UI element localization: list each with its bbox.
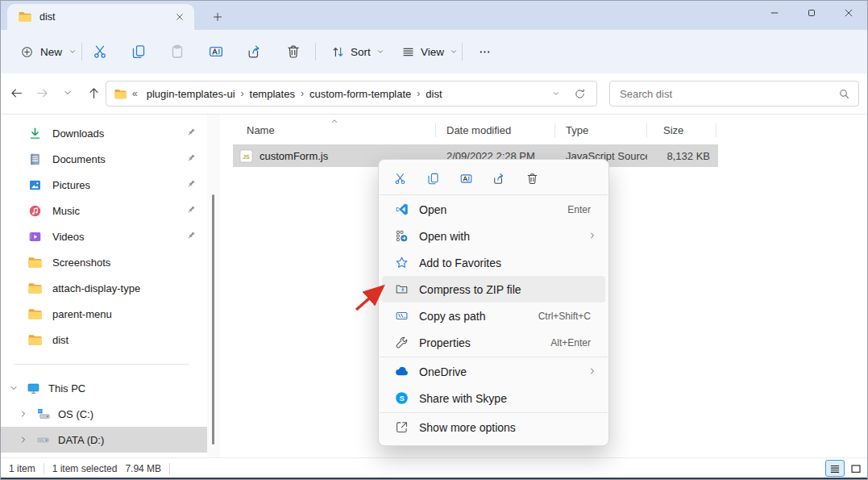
- menu-item-onedrive[interactable]: OneDrive: [382, 358, 605, 385]
- copy-path-icon: [395, 309, 409, 323]
- chevron-right-icon: [588, 231, 597, 240]
- column-header-type[interactable]: Type: [555, 119, 647, 142]
- new-button[interactable]: New: [12, 37, 85, 66]
- chevron-down-icon: [63, 88, 73, 98]
- maximize-button[interactable]: [793, 1, 830, 25]
- sidebar-divider: [14, 364, 189, 365]
- tree-item-this-pc[interactable]: This PC: [1, 375, 207, 401]
- breadcrumb-custom-form-template[interactable]: custom-form-template: [306, 86, 414, 102]
- tab-close-button[interactable]: [173, 10, 186, 23]
- tree-item-data-d[interactable]: DATA (D:): [1, 427, 207, 453]
- scrollbar-thumb[interactable]: [212, 194, 214, 445]
- menu-share-button[interactable]: [488, 167, 510, 190]
- menu-item-open-with[interactable]: Open with: [382, 223, 605, 249]
- new-plus-circle-icon: [20, 45, 34, 59]
- see-more-button[interactable]: [468, 37, 500, 66]
- view-button-label: View: [421, 46, 444, 58]
- forward-button[interactable]: [30, 80, 54, 106]
- search-input[interactable]: [618, 87, 838, 101]
- menu-item-add-to-favorites[interactable]: Add to Favorites: [382, 249, 605, 276]
- chevron-down-icon[interactable]: [9, 383, 19, 393]
- status-bar: 1 item 1 item selected 7.94 MB: [1, 457, 867, 478]
- sidebar-item-label: dist: [52, 334, 69, 346]
- breadcrumb-dist[interactable]: dist: [422, 86, 445, 102]
- paste-button[interactable]: [161, 37, 193, 66]
- tree-item-os-c[interactable]: OS (C:): [1, 401, 207, 427]
- close-button[interactable]: [830, 1, 867, 25]
- address-dropdown-button[interactable]: [546, 83, 566, 104]
- column-header-size[interactable]: Size: [647, 119, 716, 142]
- menu-cut-button[interactable]: [388, 167, 411, 190]
- rename-button[interactable]: [200, 37, 232, 66]
- svg-text:S: S: [399, 394, 404, 403]
- menu-item-compress-to-zip-file[interactable]: Compress to ZIP file: [382, 276, 605, 303]
- os-drive-icon: [36, 407, 50, 421]
- copy-button[interactable]: [123, 37, 155, 66]
- menu-rename-button[interactable]: [455, 167, 477, 190]
- up-arrow-icon: [87, 86, 101, 100]
- column-header-date-modified[interactable]: Date modified: [436, 119, 555, 142]
- documents-icon: [28, 152, 42, 166]
- large-icons-view-button[interactable]: [846, 460, 866, 477]
- sort-button[interactable]: Sort: [323, 37, 392, 66]
- chevron-right-icon[interactable]: [19, 435, 28, 445]
- breadcrumb-templates[interactable]: templates: [247, 86, 298, 102]
- breadcrumb-overflow[interactable]: «: [130, 88, 140, 99]
- details-view-button[interactable]: [825, 460, 845, 477]
- breadcrumb-separator: ›: [414, 88, 422, 99]
- sidebar-item-downloads[interactable]: Downloads: [1, 120, 207, 146]
- up-button[interactable]: [81, 80, 106, 106]
- refresh-button[interactable]: [569, 83, 590, 104]
- menu-item-show-more-options[interactable]: Show more options: [382, 414, 605, 440]
- sidebar-item-parent-menu[interactable]: parent-menu: [1, 301, 207, 327]
- sidebar-item-music[interactable]: Music: [1, 198, 207, 223]
- toolbar-separator: [81, 43, 82, 61]
- chevron-right-icon[interactable]: [19, 409, 28, 419]
- menu-shortcut: Ctrl+Shift+C: [538, 311, 597, 322]
- menu-item-share-with-skype[interactable]: SShare with Skype: [382, 385, 605, 411]
- delete-button[interactable]: [277, 37, 309, 66]
- sidebar-item-documents[interactable]: Documents: [1, 146, 207, 172]
- sidebar-item-screenshots[interactable]: Screenshots: [1, 249, 207, 275]
- new-tab-button[interactable]: [207, 7, 228, 27]
- back-arrow-icon: [10, 86, 23, 100]
- show-more-icon: [395, 420, 409, 434]
- address-row: « plugin-templates-ui›templates›custom-f…: [1, 73, 867, 115]
- chevron-down-icon: [450, 48, 458, 56]
- column-label: Date modified: [446, 124, 511, 136]
- data-drive-icon: [36, 433, 50, 447]
- column-label: Type: [566, 124, 588, 136]
- tab-dist[interactable]: dist: [7, 4, 194, 30]
- view-button[interactable]: View: [393, 37, 466, 66]
- sidebar-scrollbar[interactable]: [207, 115, 220, 457]
- menu-item-label: Open with: [419, 230, 577, 243]
- sidebar-item-dist[interactable]: dist: [1, 327, 207, 353]
- column-label: Name: [247, 124, 275, 136]
- recent-locations-button[interactable]: [56, 80, 80, 106]
- chevron-down-icon: [552, 90, 560, 98]
- address-bar[interactable]: « plugin-templates-ui›templates›custom-f…: [106, 81, 597, 106]
- sidebar-item-pictures[interactable]: Pictures: [1, 172, 207, 198]
- menu-item-label: Open: [419, 203, 557, 216]
- music-icon: [28, 204, 42, 218]
- breadcrumb-plugin-templates-ui[interactable]: plugin-templates-ui: [143, 86, 239, 102]
- search-box: [609, 81, 859, 106]
- menu-copy-button[interactable]: [422, 167, 444, 190]
- menu-item-open[interactable]: OpenEnter: [382, 196, 605, 223]
- menu-item-label: Properties: [419, 336, 540, 349]
- sidebar-item-attach-display-type[interactable]: attach-display-type: [1, 275, 207, 301]
- menu-item-properties[interactable]: PropertiesAlt+Enter: [382, 329, 605, 356]
- menu-item-copy-as-path[interactable]: Copy as pathCtrl+Shift+C: [382, 303, 605, 329]
- menu-shortcut: Enter: [567, 204, 597, 215]
- menu-separator: [380, 357, 608, 357]
- cut-button[interactable]: [84, 37, 116, 66]
- view-toggles: [825, 460, 866, 477]
- menu-delete-button[interactable]: [521, 167, 543, 190]
- pin-icon: [186, 231, 196, 240]
- back-button[interactable]: [4, 80, 28, 106]
- toolbar-separator: [315, 43, 316, 61]
- minimize-button[interactable]: [756, 1, 793, 25]
- sidebar-item-videos[interactable]: Videos: [1, 223, 207, 249]
- share-button[interactable]: [239, 37, 271, 66]
- column-header-name[interactable]: Name: [233, 119, 436, 142]
